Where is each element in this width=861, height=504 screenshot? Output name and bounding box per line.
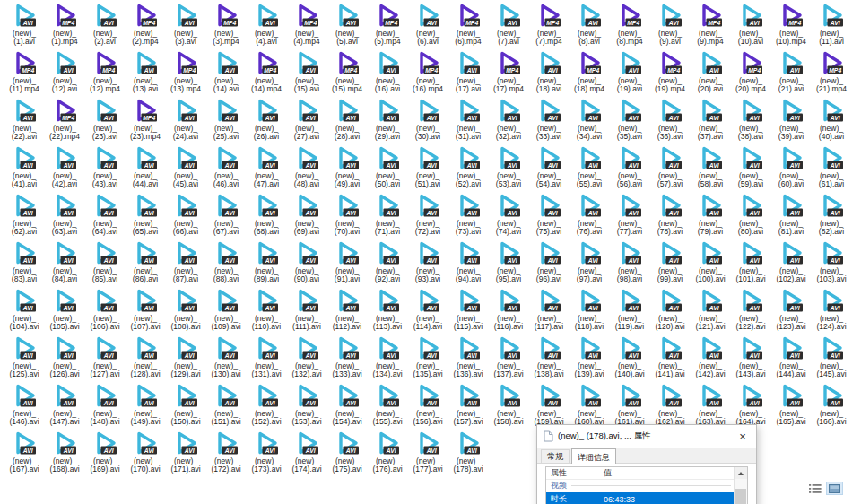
file-item[interactable]: AVI(new)_(13).avi xyxy=(126,51,165,98)
file-item[interactable]: AVI(new)_(43).avi xyxy=(85,146,125,193)
file-item[interactable]: AVI(new)_(57).avi xyxy=(650,146,690,193)
file-item[interactable]: MP4(new)_(2).mp4 xyxy=(126,4,165,50)
file-item[interactable]: MP4(new)_(22).mp4 xyxy=(45,99,84,145)
dialog-titlebar[interactable]: (new)_ (178).avi, ... 属性 × xyxy=(537,425,756,448)
file-item[interactable]: AVI(new)_(134).avi xyxy=(368,336,407,383)
file-item[interactable]: AVI(new)_(135).avi xyxy=(408,336,448,383)
file-item[interactable]: MP4(new)_(5).mp4 xyxy=(368,4,407,50)
file-item[interactable]: AVI(new)_(68).avi xyxy=(247,194,286,240)
file-item[interactable]: AVI(new)_(124).avi xyxy=(812,289,851,335)
file-item[interactable]: AVI(new)_(53).avi xyxy=(489,146,528,193)
file-item[interactable]: AVI(new)_(8).avi xyxy=(570,4,609,50)
file-item[interactable]: AVI(new)_(118).avi xyxy=(570,289,609,335)
file-item[interactable]: AVI(new)_(40).avi xyxy=(812,99,851,145)
file-item[interactable]: AVI(new)_(63).avi xyxy=(45,194,84,240)
file-item[interactable]: AVI(new)_(94).avi xyxy=(448,241,488,288)
file-item[interactable]: MP4(new)_(18).mp4 xyxy=(570,51,609,98)
file-item[interactable]: AVI(new)_(33).avi xyxy=(529,99,569,145)
close-icon[interactable]: × xyxy=(729,425,756,448)
file-item[interactable]: AVI(new)_(100).avi xyxy=(691,241,730,288)
file-item[interactable]: AVI(new)_(114).avi xyxy=(408,289,448,335)
file-item[interactable]: AVI(new)_(81).avi xyxy=(771,194,811,240)
file-item[interactable]: AVI(new)_(143).avi xyxy=(731,336,770,383)
file-item[interactable]: AVI(new)_(138).avi xyxy=(529,336,569,383)
file-item[interactable]: AVI(new)_(55).avi xyxy=(570,146,609,193)
scroll-up-button[interactable] xyxy=(735,467,747,479)
file-item[interactable]: AVI(new)_(59).avi xyxy=(731,146,770,193)
file-item[interactable]: AVI(new)_(19).avi xyxy=(610,51,649,98)
file-item[interactable]: AVI(new)_(155).avi xyxy=(368,384,407,430)
file-item[interactable]: AVI(new)_(22).avi xyxy=(4,99,44,145)
file-item[interactable]: AVI(new)_(62).avi xyxy=(4,194,44,240)
file-item[interactable]: AVI(new)_(21).avi xyxy=(771,51,811,98)
file-item[interactable]: AVI(new)_(34).avi xyxy=(570,99,609,145)
file-item[interactable]: AVI(new)_(137).avi xyxy=(489,336,528,383)
file-item[interactable]: AVI(new)_(9).avi xyxy=(650,4,690,50)
file-item[interactable]: AVI(new)_(74).avi xyxy=(489,194,528,240)
property-column-header[interactable]: 属性 xyxy=(546,467,604,479)
file-item[interactable]: AVI(new)_(153).avi xyxy=(287,384,326,430)
file-item[interactable]: AVI(new)_(11).avi xyxy=(812,4,851,50)
file-item[interactable]: AVI(new)_(103).avi xyxy=(812,241,851,288)
file-item[interactable]: AVI(new)_(60).avi xyxy=(771,146,811,193)
file-item[interactable]: AVI(new)_(149).avi xyxy=(126,384,165,430)
file-item[interactable]: AVI(new)_(177).avi xyxy=(408,431,448,478)
file-item[interactable]: MP4(new)_(6).mp4 xyxy=(448,4,488,50)
file-item[interactable]: AVI(new)_(44).avi xyxy=(126,146,165,193)
file-item[interactable]: AVI(new)_(79).avi xyxy=(691,194,730,240)
file-item[interactable]: AVI(new)_(25).avi xyxy=(206,99,246,145)
file-item[interactable]: MP4(new)_(15).mp4 xyxy=(327,51,367,98)
file-item[interactable]: AVI(new)_(99).avi xyxy=(650,241,690,288)
file-item[interactable]: AVI(new)_(83).avi xyxy=(4,241,44,288)
file-item[interactable]: AVI(new)_(65).avi xyxy=(126,194,165,240)
file-item[interactable]: AVI(new)_(20).avi xyxy=(691,51,730,98)
file-item[interactable]: AVI(new)_(154).avi xyxy=(327,384,367,430)
file-item[interactable]: AVI(new)_(51).avi xyxy=(408,146,448,193)
file-item[interactable]: AVI(new)_(76).avi xyxy=(570,194,609,240)
property-row-duration[interactable]: 时长 06:43:33 xyxy=(546,492,734,504)
file-item[interactable]: MP4(new)_(21).mp4 xyxy=(812,51,851,98)
file-item[interactable]: MP4(new)_(11).mp4 xyxy=(4,51,44,98)
file-item[interactable]: AVI(new)_(126).avi xyxy=(45,336,84,383)
file-item[interactable]: AVI(new)_(152).avi xyxy=(247,384,286,430)
file-item[interactable]: AVI(new)_(69).avi xyxy=(287,194,326,240)
file-item[interactable]: MP4(new)_(10).mp4 xyxy=(771,4,811,50)
file-item[interactable]: AVI(new)_(172).avi xyxy=(206,431,246,478)
file-item[interactable]: AVI(new)_(130).avi xyxy=(206,336,246,383)
file-item[interactable]: AVI(new)_(35).avi xyxy=(610,99,649,145)
file-item[interactable]: AVI(new)_(123).avi xyxy=(771,289,811,335)
file-item[interactable]: AVI(new)_(140).avi xyxy=(610,336,649,383)
file-item[interactable]: AVI(new)_(101).avi xyxy=(731,241,770,288)
file-item[interactable]: AVI(new)_(29).avi xyxy=(368,99,407,145)
file-item[interactable]: AVI(new)_(147).avi xyxy=(45,384,84,430)
file-item[interactable]: AVI(new)_(109).avi xyxy=(206,289,246,335)
file-item[interactable]: MP4(new)_(16).mp4 xyxy=(408,51,448,98)
file-item[interactable]: AVI(new)_(72).avi xyxy=(408,194,448,240)
file-item[interactable]: AVI(new)_(145).avi xyxy=(812,336,851,383)
file-item[interactable]: AVI(new)_(107).avi xyxy=(126,289,165,335)
file-item[interactable]: AVI(new)_(112).avi xyxy=(327,289,367,335)
file-item[interactable]: AVI(new)_(66).avi xyxy=(166,194,205,240)
scrollbar[interactable] xyxy=(734,467,747,504)
file-item[interactable]: AVI(new)_(12).avi xyxy=(45,51,84,98)
file-item[interactable]: AVI(new)_(133).avi xyxy=(327,336,367,383)
file-item[interactable]: AVI(new)_(24).avi xyxy=(166,99,205,145)
file-item[interactable]: AVI(new)_(174).avi xyxy=(287,431,326,478)
file-item[interactable]: AVI(new)_(39).avi xyxy=(771,99,811,145)
file-item[interactable]: AVI(new)_(158).avi xyxy=(489,384,528,430)
file-item[interactable]: AVI(new)_(148).avi xyxy=(85,384,125,430)
file-item[interactable]: AVI(new)_(91).avi xyxy=(327,241,367,288)
file-item[interactable]: AVI(new)_(168).avi xyxy=(45,431,84,478)
file-item[interactable]: AVI(new)_(111).avi xyxy=(287,289,326,335)
file-item[interactable]: AVI(new)_(139).avi xyxy=(570,336,609,383)
file-item[interactable]: AVI(new)_(110).avi xyxy=(247,289,286,335)
file-item[interactable]: AVI(new)_(26).avi xyxy=(247,99,286,145)
file-item[interactable]: AVI(new)_(96).avi xyxy=(529,241,569,288)
details-view-icon[interactable] xyxy=(809,483,822,494)
file-item[interactable]: AVI(new)_(5).avi xyxy=(327,4,367,50)
file-item[interactable]: MP4(new)_(14).mp4 xyxy=(247,51,286,98)
file-item[interactable]: AVI(new)_(28).avi xyxy=(327,99,367,145)
file-item[interactable]: AVI(new)_(75).avi xyxy=(529,194,569,240)
file-item[interactable]: AVI(new)_(166).avi xyxy=(812,384,851,430)
file-item[interactable]: AVI(new)_(27).avi xyxy=(287,99,326,145)
